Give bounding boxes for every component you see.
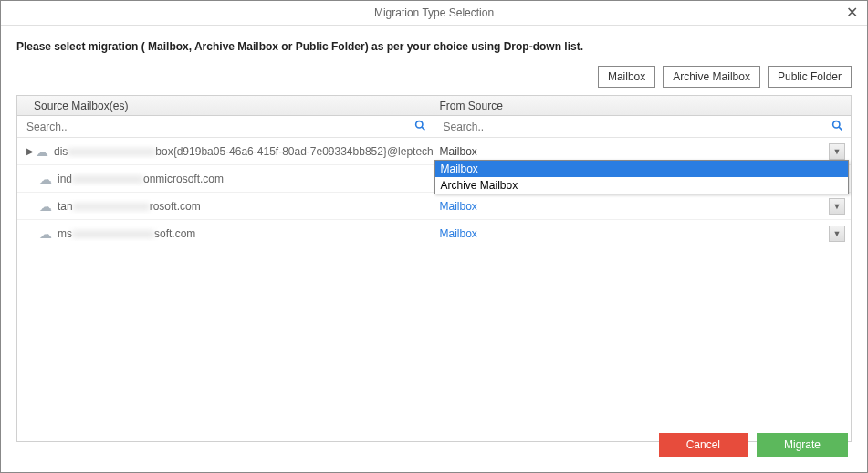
dropdown-option-archive[interactable]: Archive Mailbox [435,177,849,194]
migrate-button[interactable]: Migrate [757,433,848,457]
filter-button-row: Mailbox Archive Mailbox Public Folder [16,66,852,88]
table-row[interactable]: ☁ tanxxxxxxxxxxxxxxrosoft.com Mailbox ▼ [17,193,851,220]
search-source-input[interactable] [440,121,846,133]
mailbox-name: tanxxxxxxxxxxxxxxrosoft.com [58,200,201,213]
chevron-right-icon[interactable]: ▶ [26,146,34,156]
cloud-icon: ☁ [39,226,52,241]
instruction-text: Please select migration ( Mailbox, Archi… [16,40,852,53]
title-bar: Migration Type Selection ✕ [0,0,868,26]
svg-line-3 [839,127,842,130]
search-icon[interactable] [831,120,843,134]
mailbox-name: msxxxxxxxxxxxxxxxsoft.com [58,227,195,240]
dropdown-caret-icon[interactable]: ▼ [829,198,845,215]
cloud-icon: ☁ [39,199,52,214]
mailbox-name: disxxxxxxxxxxxxxxxxbox{d919ba05-46a6-415… [54,145,434,158]
source-dropdown[interactable]: Mailbox Archive Mailbox [434,160,850,194]
table-row[interactable]: ☁ msxxxxxxxxxxxxxxxsoft.com Mailbox ▼ [17,220,851,247]
column-from-source: From Source [434,100,852,112]
source-value: Mailbox [440,227,477,240]
search-row [17,116,851,138]
svg-point-0 [415,121,422,127]
cloud-icon: ☁ [36,144,48,159]
table-header: Source Mailbox(es) From Source [17,96,851,116]
column-source-mailboxes: Source Mailbox(es) [17,100,434,112]
cancel-button[interactable]: Cancel [659,433,748,457]
close-icon[interactable]: ✕ [842,4,861,22]
filter-mailbox-button[interactable]: Mailbox [598,66,655,88]
mailbox-name: indxxxxxxxxxxxxxonmicrosoft.com [58,173,224,185]
mailbox-table: Source Mailbox(es) From Source ▶ ☁ [16,95,852,442]
source-value: Mailbox [440,200,477,213]
svg-point-2 [833,121,840,127]
cloud-icon: ☁ [39,172,52,186]
search-mailbox-input[interactable] [23,121,428,133]
source-value: Mailbox [440,145,477,158]
dropdown-option-mailbox[interactable]: Mailbox [435,161,849,177]
dropdown-caret-icon[interactable]: ▼ [829,226,845,242]
window-title: Migration Type Selection [374,6,494,19]
footer-buttons: Cancel Migrate [659,433,848,457]
dropdown-caret-icon[interactable]: ▼ [829,143,845,160]
svg-line-1 [422,127,424,130]
search-icon[interactable] [414,120,426,134]
filter-public-button[interactable]: Public Folder [768,66,852,88]
filter-archive-button[interactable]: Archive Mailbox [663,66,760,88]
